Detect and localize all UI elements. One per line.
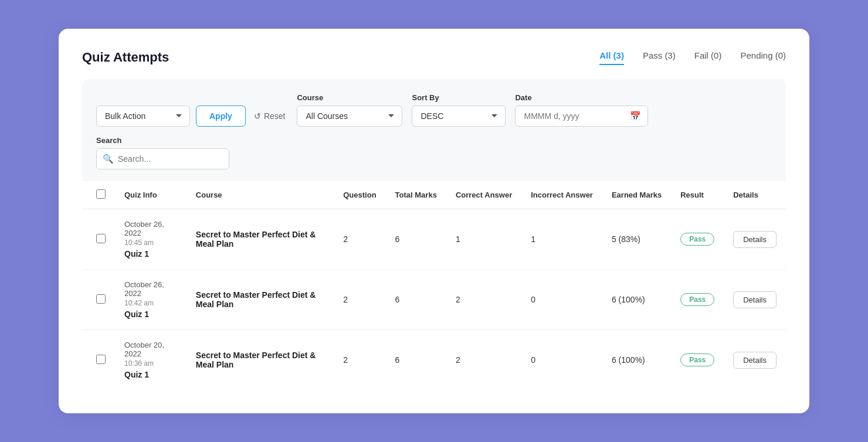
- sort-by-select[interactable]: DESC ASC: [412, 106, 506, 127]
- col-course: Course: [187, 181, 334, 209]
- course-filter-group: Course All Courses: [297, 93, 402, 127]
- row-checkbox-cell: [82, 209, 115, 270]
- apply-button[interactable]: Apply: [196, 106, 246, 127]
- row-earned-marks: 5 (83%): [602, 209, 671, 270]
- row-correct-answer: 1: [446, 209, 521, 270]
- col-details: Details: [724, 181, 786, 209]
- date-input[interactable]: [515, 106, 648, 127]
- details-button-2[interactable]: Details: [733, 352, 777, 369]
- tab-pass[interactable]: Pass (3): [643, 50, 676, 65]
- tabs-bar: All (3)Pass (3)Fail (0)Pending (0): [599, 50, 786, 65]
- row-result: Pass: [671, 330, 724, 390]
- search-filter-group: Search 🔍: [96, 136, 229, 169]
- row-checkbox-cell: [82, 330, 115, 390]
- date-filter-group: Date 📅: [515, 93, 648, 127]
- table-row: October 26, 2022 10:42 am Quiz 1 Secret …: [82, 270, 786, 330]
- search-label: Search: [96, 136, 229, 145]
- row-correct-answer: 2: [446, 330, 521, 390]
- row-question: 2: [334, 330, 385, 390]
- result-badge: Pass: [680, 293, 714, 306]
- col-quiz-info: Quiz Info: [115, 181, 187, 209]
- row-quiz-info: October 26, 2022 10:45 am Quiz 1: [115, 209, 187, 270]
- row-result: Pass: [671, 270, 724, 330]
- row-question: 2: [334, 270, 385, 330]
- date-label: Date: [515, 93, 648, 102]
- table-row: October 26, 2022 10:45 am Quiz 1 Secret …: [82, 209, 786, 270]
- main-card: Quiz Attempts All (3)Pass (3)Fail (0)Pen…: [59, 29, 809, 413]
- search-input[interactable]: [96, 148, 229, 169]
- result-badge: Pass: [680, 233, 714, 246]
- row-quiz-info: October 20, 2022 10:36 am Quiz 1: [115, 330, 187, 390]
- table-body: October 26, 2022 10:45 am Quiz 1 Secret …: [82, 209, 786, 390]
- col-question: Question: [334, 181, 385, 209]
- col-earned-marks: Earned Marks: [602, 181, 671, 209]
- page-header: Quiz Attempts All (3)Pass (3)Fail (0)Pen…: [82, 50, 786, 65]
- reset-icon: ↺: [254, 111, 261, 121]
- course-select[interactable]: All Courses: [297, 106, 402, 127]
- table-row: October 20, 2022 10:36 am Quiz 1 Secret …: [82, 330, 786, 390]
- col-total-marks: Total Marks: [386, 181, 446, 209]
- row-question: 2: [334, 209, 385, 270]
- row-incorrect-answer: 0: [521, 270, 602, 330]
- row-checkbox-cell: [82, 270, 115, 330]
- quiz-attempts-table: Quiz Info Course Question Total Marks Co…: [82, 181, 786, 390]
- sort-by-filter-group: Sort By DESC ASC: [412, 93, 506, 127]
- row-result: Pass: [671, 209, 724, 270]
- row-details: Details: [724, 330, 786, 390]
- result-badge: Pass: [680, 353, 714, 366]
- row-details: Details: [724, 270, 786, 330]
- row-course: Secret to Master Perfect Diet & Meal Pla…: [187, 270, 334, 330]
- tab-all[interactable]: All (3): [599, 50, 624, 65]
- row-incorrect-answer: 0: [521, 330, 602, 390]
- details-button-1[interactable]: Details: [733, 291, 777, 308]
- row-earned-marks: 6 (100%): [602, 270, 671, 330]
- content-area: Bulk Action Delete Apply ↺ Reset Course …: [82, 79, 786, 390]
- row-checkbox-0[interactable]: [96, 234, 106, 243]
- row-checkbox-1[interactable]: [96, 294, 106, 304]
- table-header: Quiz Info Course Question Total Marks Co…: [82, 181, 786, 209]
- filters-bar: Bulk Action Delete Apply ↺ Reset Course …: [82, 79, 786, 181]
- col-result: Result: [671, 181, 724, 209]
- row-quiz-info: October 26, 2022 10:42 am Quiz 1: [115, 270, 187, 330]
- details-button-0[interactable]: Details: [733, 231, 777, 248]
- course-label: Course: [297, 93, 402, 102]
- bulk-action-wrap: Bulk Action Delete Apply ↺ Reset: [96, 106, 287, 127]
- bulk-action-select[interactable]: Bulk Action Delete: [96, 106, 190, 127]
- row-total-marks: 6: [386, 330, 446, 390]
- row-details: Details: [724, 209, 786, 270]
- row-total-marks: 6: [386, 270, 446, 330]
- page-title: Quiz Attempts: [82, 50, 169, 65]
- reset-button[interactable]: ↺ Reset: [252, 106, 288, 126]
- sort-by-label: Sort By: [412, 93, 506, 102]
- row-checkbox-2[interactable]: [96, 355, 106, 364]
- row-course: Secret to Master Perfect Diet & Meal Pla…: [187, 330, 334, 390]
- row-course: Secret to Master Perfect Diet & Meal Pla…: [187, 209, 334, 270]
- row-incorrect-answer: 1: [521, 209, 602, 270]
- date-input-wrap: 📅: [515, 106, 648, 127]
- row-earned-marks: 6 (100%): [602, 330, 671, 390]
- row-correct-answer: 2: [446, 270, 521, 330]
- select-all-checkbox[interactable]: [96, 189, 106, 199]
- tab-pending[interactable]: Pending (0): [740, 50, 786, 65]
- search-wrap: 🔍: [96, 148, 229, 169]
- table-wrap: Quiz Info Course Question Total Marks Co…: [82, 181, 786, 390]
- col-correct-answer: Correct Answer: [446, 181, 521, 209]
- row-total-marks: 6: [386, 209, 446, 270]
- tab-fail[interactable]: Fail (0): [694, 50, 722, 65]
- col-incorrect-answer: Incorrect Answer: [521, 181, 602, 209]
